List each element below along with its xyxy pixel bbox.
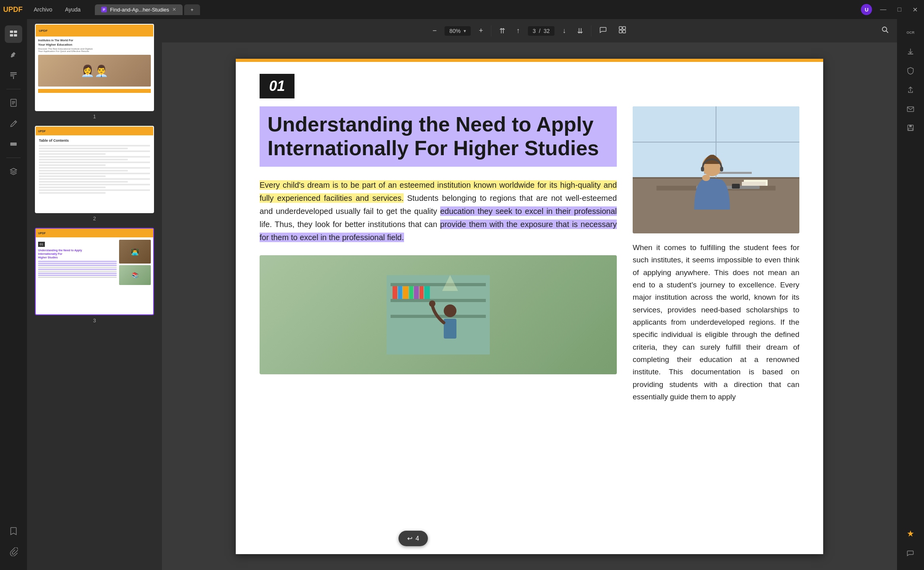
- page-main-title: Understanding the Need to Apply Internat…: [268, 113, 609, 160]
- thumbnail-page-3[interactable]: UPDF 01 Understanding the Need to ApplyI…: [30, 228, 159, 324]
- svg-rect-53: [909, 125, 912, 127]
- svg-rect-24: [393, 286, 397, 299]
- thumb-page-3-number: 3: [93, 318, 96, 324]
- sidebar-attach-icon[interactable]: [5, 543, 22, 560]
- user-avatar[interactable]: U: [861, 4, 872, 15]
- tab-bar: Find-and-Ap...her-Studies ✕ +: [95, 4, 200, 15]
- save-button[interactable]: [902, 119, 919, 137]
- svg-rect-47: [701, 167, 704, 171]
- current-page[interactable]: 3: [533, 28, 536, 34]
- svg-rect-13: [12, 104, 14, 104]
- zoom-value: 80%: [449, 28, 460, 34]
- svg-rect-9: [13, 77, 14, 79]
- maximize-button[interactable]: □: [894, 5, 905, 14]
- zoom-in-button[interactable]: +: [475, 24, 486, 37]
- sidebar-document-icon[interactable]: [5, 94, 22, 112]
- minimize-button[interactable]: —: [877, 5, 889, 14]
- toolbar-center: − 80% ▾ + ⇈ ↑ 3 / 32 ↓ ⇊: [429, 23, 629, 38]
- thumb-page-1-number: 1: [93, 114, 96, 119]
- svg-rect-3: [10, 34, 13, 37]
- thumbnail-page-2[interactable]: UPDF Table of Contents: [30, 126, 159, 221]
- sidebar-divider-1: [6, 89, 21, 89]
- highlight-text-1: Every child's dream is to be part of an …: [260, 180, 617, 203]
- sidebar-highlight-icon[interactable]: [5, 46, 22, 64]
- total-pages: 32: [544, 28, 550, 34]
- sidebar-bookmark-icon[interactable]: [5, 522, 22, 540]
- undo-button[interactable]: ↩ 4: [398, 531, 428, 546]
- svg-rect-7: [10, 74, 17, 75]
- pdf-viewport[interactable]: 01 Understanding the Need to Apply Inter…: [162, 43, 897, 570]
- page-top-bar: [236, 59, 823, 62]
- prev-page-button[interactable]: ↑: [513, 24, 523, 37]
- left-column: Understanding the Need to Apply Internat…: [260, 106, 617, 403]
- svg-rect-48: [720, 167, 723, 171]
- zoom-out-button[interactable]: −: [429, 24, 440, 37]
- separator-2: [591, 25, 591, 37]
- zoom-dropdown-button[interactable]: ▾: [464, 28, 466, 34]
- svg-point-33: [429, 300, 435, 307]
- svg-rect-15: [619, 27, 622, 29]
- svg-rect-30: [424, 286, 430, 299]
- svg-rect-32: [444, 319, 456, 339]
- mail-button[interactable]: [902, 100, 919, 117]
- content-area: − 80% ▾ + ⇈ ↑ 3 / 32 ↓ ⇊: [162, 19, 897, 570]
- extract-button[interactable]: [902, 43, 919, 60]
- zoom-display: 80% ▾: [445, 26, 471, 36]
- page-nav: 3 / 32: [528, 26, 554, 36]
- search-button[interactable]: [878, 23, 892, 38]
- main-layout: UPDF Institutes in The World For Your Hi…: [0, 19, 924, 570]
- svg-rect-16: [623, 27, 626, 29]
- svg-rect-2: [14, 31, 17, 33]
- protect-button[interactable]: [902, 62, 919, 79]
- thumb-img-3: UPDF 01 Understanding the Need to ApplyI…: [35, 228, 154, 315]
- highlight-text-2: education they seek to excel in their pr…: [440, 206, 617, 216]
- page-body: Understanding the Need to Apply Internat…: [236, 106, 823, 419]
- undo-icon: ↩: [407, 535, 412, 542]
- comment-button[interactable]: [596, 23, 610, 38]
- menu-ayuda[interactable]: Ayuda: [60, 5, 85, 14]
- highlight-text-3: provide them with the exposure that is n…: [440, 220, 617, 229]
- svg-rect-8: [10, 75, 14, 76]
- svg-rect-18: [623, 30, 626, 33]
- svg-rect-45: [732, 184, 740, 189]
- sidebar-layers-icon[interactable]: [5, 163, 22, 180]
- svg-rect-29: [420, 286, 424, 299]
- menu-archivo[interactable]: Archivo: [29, 5, 57, 14]
- svg-rect-26: [403, 286, 408, 299]
- ai-assistant-button[interactable]: [902, 526, 919, 543]
- layout-button[interactable]: [615, 23, 629, 38]
- active-tab[interactable]: Find-and-Ap...her-Studies ✕: [95, 4, 183, 15]
- sidebar-divider-2: [6, 158, 21, 158]
- right-panel-bottom: [902, 526, 919, 565]
- thumbnail-panel: UPDF Institutes in The World For Your Hi…: [27, 19, 162, 570]
- right-panel: OCR: [897, 19, 924, 570]
- tab-close-button[interactable]: ✕: [172, 7, 176, 12]
- last-page-button[interactable]: ⇊: [574, 24, 586, 38]
- sidebar-redact-icon[interactable]: [5, 135, 22, 153]
- title-bar: UPDF Archivo Ayuda Find-and-Ap...her-Stu…: [0, 0, 924, 19]
- svg-rect-27: [409, 286, 413, 299]
- svg-point-19: [882, 27, 887, 31]
- app-logo: UPDF: [3, 6, 23, 14]
- sidebar-thumbnail-icon[interactable]: [5, 25, 22, 43]
- share-button[interactable]: [902, 81, 919, 98]
- sidebar-edit-icon[interactable]: [5, 115, 22, 132]
- sidebar-bottom: [5, 522, 22, 564]
- separator-1: [491, 25, 491, 37]
- svg-rect-51: [907, 107, 914, 112]
- sidebar-text-icon[interactable]: [5, 67, 22, 84]
- right-column: When it comes to fulfilling the student …: [633, 106, 799, 403]
- thumbnail-page-1[interactable]: UPDF Institutes in The World For Your Hi…: [30, 24, 159, 119]
- page-separator: /: [539, 28, 541, 34]
- body-paragraph-1: Every child's dream is to be part of an …: [260, 179, 617, 244]
- new-tab-button[interactable]: +: [184, 4, 200, 15]
- svg-rect-1: [10, 31, 13, 33]
- svg-rect-28: [414, 286, 419, 299]
- comments-button[interactable]: [902, 545, 919, 562]
- hero-image: [633, 106, 799, 233]
- ocr-button[interactable]: OCR: [902, 24, 919, 41]
- next-page-button[interactable]: ↓: [559, 24, 569, 37]
- first-page-button[interactable]: ⇈: [496, 24, 508, 38]
- close-button[interactable]: ✕: [909, 5, 921, 14]
- chapter-label: 01: [260, 74, 295, 98]
